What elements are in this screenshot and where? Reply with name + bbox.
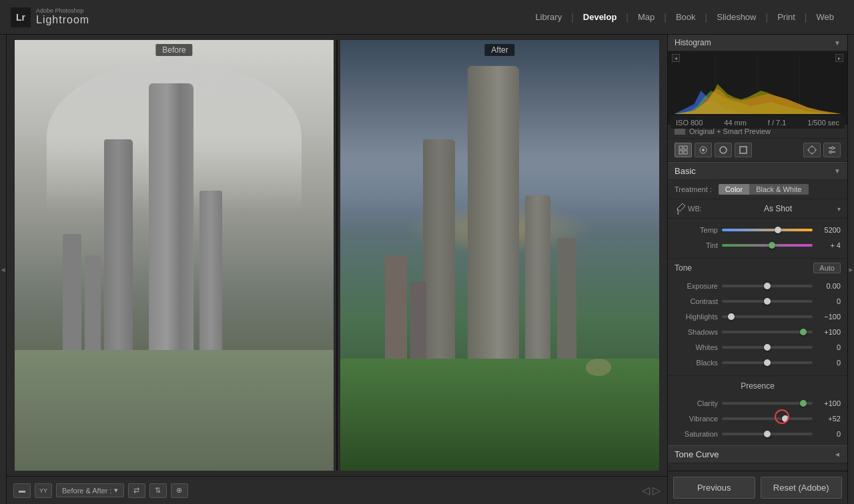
clipping-left-btn[interactable]: ◂ bbox=[672, 54, 680, 62]
temp-slider-row: Temp 5200 bbox=[675, 223, 841, 237]
clarity-thumb[interactable] bbox=[800, 400, 807, 407]
highlights-thumb[interactable] bbox=[728, 313, 735, 320]
separator-1 bbox=[668, 258, 847, 259]
radial-tool[interactable] bbox=[803, 143, 821, 157]
after-stone-5 bbox=[385, 255, 407, 376]
scroll-controls: ◁ ▷ bbox=[642, 484, 661, 497]
auto-btn[interactable]: Auto bbox=[813, 263, 841, 273]
left-panel-toggle[interactable]: ◄ bbox=[0, 35, 7, 504]
shadows-slider-track[interactable] bbox=[722, 331, 813, 333]
tone-label: Tone bbox=[675, 263, 692, 273]
smart-preview-icon bbox=[675, 128, 685, 135]
saturation-slider-row: Saturation 0 bbox=[675, 427, 841, 441]
contrast-thumb[interactable] bbox=[764, 298, 771, 305]
svg-rect-4 bbox=[679, 146, 683, 149]
view-yy-btn[interactable]: YY bbox=[35, 483, 52, 498]
nav-map[interactable]: Map bbox=[628, 8, 664, 26]
circle-tool[interactable] bbox=[715, 143, 732, 157]
whites-slider-track[interactable] bbox=[722, 346, 813, 349]
histogram-header: Histogram ▼ bbox=[668, 35, 847, 51]
shadows-label: Shadows bbox=[675, 328, 718, 336]
exposure-value: 0.00 bbox=[817, 282, 841, 290]
vibrance-thumb[interactable] bbox=[782, 415, 789, 422]
clarity-slider-track[interactable] bbox=[722, 402, 813, 405]
tool-icons-row bbox=[668, 139, 847, 162]
panel-scroll-area: Treatment : Color Black & White WB: As S… bbox=[668, 180, 847, 471]
before-pane: Before bbox=[15, 40, 334, 471]
main-area: ◄ Before bbox=[0, 35, 854, 504]
swap-btn[interactable]: ⇄ bbox=[128, 483, 145, 498]
shutter-info: 1/500 sec bbox=[807, 119, 839, 127]
exposure-label: Exposure bbox=[675, 282, 718, 290]
presence-title: Presence bbox=[668, 377, 847, 392]
view-single-btn[interactable]: ▬ bbox=[13, 483, 31, 498]
blacks-thumb[interactable] bbox=[764, 359, 771, 366]
lr-abbr: Lr bbox=[16, 12, 25, 23]
tone-sliders: Exposure 0.00 Contrast 0 Highlights bbox=[668, 275, 847, 374]
reset-btn[interactable]: Reset (Adobe) bbox=[761, 477, 843, 499]
zoom-btn[interactable]: ⊕ bbox=[171, 483, 188, 498]
shadows-thumb[interactable] bbox=[800, 329, 807, 335]
nav-print[interactable]: Print bbox=[768, 8, 805, 26]
single-view-icon: ▬ bbox=[19, 487, 25, 494]
exposure-slider-track[interactable] bbox=[722, 285, 813, 287]
view-tools bbox=[675, 143, 752, 157]
wb-eyedropper-tool[interactable] bbox=[675, 202, 688, 215]
saturation-slider-track[interactable] bbox=[722, 433, 813, 435]
wb-dropdown-icon[interactable]: ▾ bbox=[837, 205, 841, 213]
saturation-thumb[interactable] bbox=[764, 431, 771, 437]
temp-slider-thumb[interactable] bbox=[775, 227, 781, 233]
radial-icon bbox=[807, 145, 817, 155]
tint-label: Tint bbox=[675, 241, 718, 249]
center-area: Before bbox=[7, 35, 667, 504]
scroll-right-icon[interactable]: ▷ bbox=[653, 484, 661, 497]
nav-web[interactable]: Web bbox=[807, 8, 844, 26]
grid-tool[interactable] bbox=[675, 143, 692, 157]
whites-thumb[interactable] bbox=[764, 344, 771, 351]
tint-slider-thumb[interactable] bbox=[769, 242, 775, 249]
before-after-dropdown[interactable]: Before & After : ▾ bbox=[56, 483, 124, 497]
right-arrow-icon: ► bbox=[848, 266, 854, 273]
clipping-right-btn[interactable]: ▸ bbox=[835, 54, 843, 62]
crop-tool[interactable] bbox=[695, 143, 712, 157]
basic-panel-header[interactable]: Basic ▼ bbox=[668, 162, 847, 180]
temp-slider-track[interactable] bbox=[722, 229, 813, 231]
vibrance-slider-row: Vibrance +52 bbox=[675, 412, 841, 425]
rect-tool[interactable] bbox=[735, 143, 752, 157]
tone-curve-header[interactable]: Tone Curve ◄ bbox=[668, 445, 847, 463]
nav-develop[interactable]: Develop bbox=[574, 8, 626, 26]
copy-btn[interactable]: ⇅ bbox=[149, 483, 167, 498]
exposure-thumb[interactable] bbox=[764, 283, 771, 289]
product-name: Lightroom bbox=[36, 14, 89, 25]
before-stone-3 bbox=[199, 191, 222, 363]
contrast-slider-track[interactable] bbox=[722, 300, 813, 303]
before-image bbox=[15, 40, 334, 471]
clip-right-icon: ▸ bbox=[838, 55, 841, 61]
highlights-slider-track[interactable] bbox=[722, 315, 813, 318]
previous-btn[interactable]: Previous bbox=[673, 477, 755, 499]
highlights-value: −100 bbox=[817, 313, 841, 321]
color-treatment-btn[interactable]: Color bbox=[719, 184, 749, 195]
blacks-slider-track[interactable] bbox=[722, 361, 813, 364]
nav-library[interactable]: Library bbox=[526, 8, 571, 26]
tint-slider-track[interactable] bbox=[722, 244, 813, 247]
saturation-value: 0 bbox=[817, 430, 841, 438]
right-panel-toggle[interactable]: ► bbox=[847, 35, 854, 504]
wb-row: WB: As Shot ▾ bbox=[668, 199, 847, 219]
nav-book[interactable]: Book bbox=[667, 8, 705, 26]
filter-tool[interactable] bbox=[823, 143, 841, 157]
after-grass bbox=[340, 359, 659, 471]
pane-divider bbox=[336, 40, 338, 471]
vibrance-slider-track[interactable] bbox=[722, 417, 813, 420]
focal-info: 44 mm bbox=[724, 119, 747, 127]
blacks-label: Blacks bbox=[675, 359, 718, 367]
scroll-left-icon[interactable]: ◁ bbox=[642, 484, 650, 497]
bw-treatment-btn[interactable]: Black & White bbox=[749, 184, 808, 195]
wb-value: As Shot bbox=[721, 204, 835, 213]
vibrance-label: Vibrance bbox=[675, 415, 718, 423]
histogram-arrow: ▼ bbox=[834, 39, 841, 47]
after-label: After bbox=[484, 44, 514, 56]
right-panel: Histogram ▼ ◂ ▸ bbox=[667, 35, 847, 504]
after-stone-2 bbox=[423, 139, 455, 376]
nav-slideshow[interactable]: Slideshow bbox=[707, 8, 765, 26]
